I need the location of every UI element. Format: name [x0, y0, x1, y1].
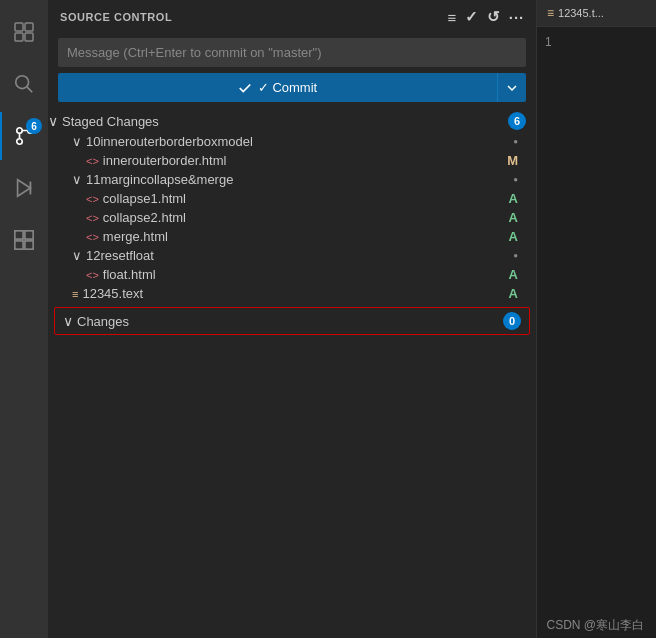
source-control-panel: SOURCE CONTROL ≡ ✓ ↺ ··· ✓ Commit: [48, 0, 536, 638]
svg-point-8: [17, 128, 23, 134]
svg-line-5: [27, 87, 32, 92]
file-float[interactable]: <> float.html A: [48, 265, 536, 284]
editor-content: 1: [537, 27, 656, 57]
commit-message-area: [58, 38, 526, 67]
svg-marker-9: [18, 180, 31, 197]
file-12345text-name: 12345.text: [82, 286, 500, 301]
staged-changes-label: Staged Changes: [62, 114, 159, 129]
staged-changes-badge: 6: [508, 112, 526, 130]
file-innerouterborder-status: M: [507, 153, 526, 168]
folder-10inner[interactable]: ∨ 10innerouterborderboxmodel ●: [48, 132, 536, 151]
changes-chevron-icon: ∨: [63, 313, 73, 329]
svg-rect-3: [25, 33, 33, 41]
editor-tab-name: 12345.t...: [558, 7, 604, 19]
extensions-icon[interactable]: [0, 216, 48, 264]
folder-chevron-3-icon: ∨: [72, 248, 82, 263]
folder-11margin-name: 11margincollapse&merge: [86, 172, 502, 187]
staged-chevron-icon: ∨: [48, 113, 58, 129]
staged-changes-section-header[interactable]: ∨ Staged Changes 6: [48, 110, 536, 132]
html-icon-5: <>: [86, 269, 99, 281]
editor-line-number: 1: [545, 35, 552, 49]
file-collapse1-status: A: [509, 191, 526, 206]
sc-action-check[interactable]: ✓: [465, 8, 479, 26]
commit-button[interactable]: ✓ Commit: [58, 73, 497, 102]
svg-rect-14: [25, 241, 33, 249]
file-tree: ∨ Staged Changes 6 ∨ 10innerouterborderb…: [48, 110, 536, 638]
sc-action-refresh[interactable]: ↺: [487, 8, 501, 26]
sc-header: SOURCE CONTROL ≡ ✓ ↺ ···: [48, 0, 536, 34]
commit-btn-row: ✓ Commit: [58, 73, 526, 102]
commit-message-input[interactable]: [58, 38, 526, 67]
file-float-status: A: [509, 267, 526, 282]
changes-section: ∨ Changes 0: [54, 307, 530, 335]
editor-tab[interactable]: ≡ 12345.t...: [537, 0, 656, 27]
file-collapse2-status: A: [509, 210, 526, 225]
changes-label: Changes: [77, 314, 129, 329]
folder-12reset[interactable]: ∨ 12resetfloat ●: [48, 246, 536, 265]
folder-10inner-dot: ●: [510, 137, 526, 146]
search-icon[interactable]: [0, 60, 48, 108]
file-merge-status: A: [509, 229, 526, 244]
svg-rect-13: [15, 241, 23, 249]
footer: CSDN @寒山李白: [534, 613, 656, 638]
svg-rect-11: [15, 231, 23, 239]
file-collapse2-name: collapse2.html: [103, 210, 501, 225]
folder-12reset-name: 12resetfloat: [86, 248, 502, 263]
footer-credit: CSDN @寒山李白: [546, 618, 644, 632]
file-float-name: float.html: [103, 267, 501, 282]
html-icon-3: <>: [86, 212, 99, 224]
activity-bar: 6: [0, 0, 48, 638]
folder-11margin-dot: ●: [510, 175, 526, 184]
changes-label-group: ∨ Changes: [63, 313, 129, 329]
sc-action-more[interactable]: ···: [509, 9, 524, 26]
svg-point-6: [17, 139, 23, 145]
changes-badge: 0: [503, 312, 521, 330]
file-collapse1[interactable]: <> collapse1.html A: [48, 189, 536, 208]
html-icon-4: <>: [86, 231, 99, 243]
sc-header-actions: ≡ ✓ ↺ ···: [447, 8, 524, 26]
sc-title: SOURCE CONTROL: [60, 11, 172, 23]
changes-section-header[interactable]: ∨ Changes 0: [55, 308, 529, 334]
editor-tab-icon: ≡: [547, 6, 554, 20]
folder-10inner-name: 10innerouterborderboxmodel: [86, 134, 502, 149]
svg-point-4: [16, 76, 29, 89]
svg-rect-0: [15, 23, 23, 31]
file-merge-name: merge.html: [103, 229, 501, 244]
checkmark-icon: [238, 81, 252, 95]
sc-action-list[interactable]: ≡: [447, 9, 457, 26]
run-icon[interactable]: [0, 164, 48, 212]
file-innerouterborder-name: innerouterborder.html: [103, 153, 499, 168]
file-innerouterborder[interactable]: <> innerouterborder.html M: [48, 151, 536, 170]
file-collapse1-name: collapse1.html: [103, 191, 501, 206]
svg-rect-12: [25, 231, 33, 239]
file-12345text-status: A: [509, 286, 526, 301]
source-control-badge: 6: [26, 118, 42, 134]
file-collapse2[interactable]: <> collapse2.html A: [48, 208, 536, 227]
text-icon-1: ≡: [72, 288, 78, 300]
source-control-icon[interactable]: 6: [0, 112, 48, 160]
commit-label: ✓ Commit: [258, 80, 317, 95]
commit-dropdown-button[interactable]: [497, 73, 526, 102]
html-icon-1: <>: [86, 155, 99, 167]
folder-chevron-2-icon: ∨: [72, 172, 82, 187]
svg-rect-2: [15, 33, 23, 41]
explorer-icon[interactable]: [0, 8, 48, 56]
folder-11margin[interactable]: ∨ 11margincollapse&merge ●: [48, 170, 536, 189]
right-panel: ≡ 12345.t... 1: [536, 0, 656, 638]
file-12345text[interactable]: ≡ 12345.text A: [48, 284, 536, 303]
html-icon-2: <>: [86, 193, 99, 205]
staged-changes-label-group: ∨ Staged Changes: [48, 113, 159, 129]
file-merge[interactable]: <> merge.html A: [48, 227, 536, 246]
dropdown-chevron-icon: [506, 82, 518, 94]
folder-chevron-icon: ∨: [72, 134, 82, 149]
folder-12reset-dot: ●: [510, 251, 526, 260]
svg-rect-1: [25, 23, 33, 31]
